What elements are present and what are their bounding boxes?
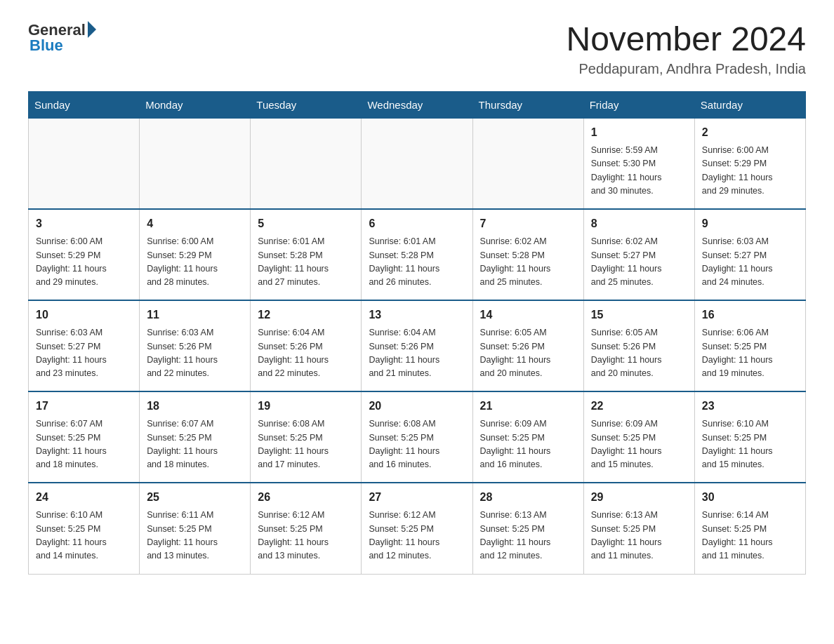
calendar-cell: 2Sunrise: 6:00 AM Sunset: 5:29 PM Daylig… — [694, 118, 805, 209]
day-info: Sunrise: 6:07 AM Sunset: 5:25 PM Dayligh… — [147, 417, 243, 472]
calendar-cell: 21Sunrise: 6:09 AM Sunset: 5:25 PM Dayli… — [472, 391, 583, 483]
day-info: Sunrise: 6:00 AM Sunset: 5:29 PM Dayligh… — [702, 144, 798, 199]
calendar-cell: 3Sunrise: 6:00 AM Sunset: 5:29 PM Daylig… — [29, 209, 140, 300]
calendar-week-row: 10Sunrise: 6:03 AM Sunset: 5:27 PM Dayli… — [29, 300, 806, 391]
day-number: 20 — [369, 398, 465, 415]
calendar-cell: 23Sunrise: 6:10 AM Sunset: 5:25 PM Dayli… — [694, 391, 805, 483]
calendar-cell: 19Sunrise: 6:08 AM Sunset: 5:25 PM Dayli… — [251, 391, 362, 483]
day-number: 11 — [147, 307, 243, 323]
calendar-cell: 30Sunrise: 6:14 AM Sunset: 5:25 PM Dayli… — [694, 483, 805, 574]
day-number: 15 — [591, 307, 687, 323]
calendar-cell — [29, 118, 140, 209]
calendar-cell — [140, 118, 251, 209]
day-number: 22 — [591, 398, 687, 415]
day-number: 12 — [258, 307, 354, 323]
day-number: 7 — [480, 215, 576, 232]
calendar-cell: 4Sunrise: 6:00 AM Sunset: 5:29 PM Daylig… — [140, 209, 251, 300]
day-info: Sunrise: 6:03 AM Sunset: 5:26 PM Dayligh… — [147, 326, 243, 381]
calendar-cell: 16Sunrise: 6:06 AM Sunset: 5:25 PM Dayli… — [694, 300, 805, 391]
day-info: Sunrise: 6:01 AM Sunset: 5:28 PM Dayligh… — [369, 235, 465, 290]
calendar-week-row: 3Sunrise: 6:00 AM Sunset: 5:29 PM Daylig… — [29, 209, 806, 300]
calendar-week-row: 1Sunrise: 5:59 AM Sunset: 5:30 PM Daylig… — [29, 118, 806, 209]
day-number: 3 — [36, 215, 132, 232]
weekday-header-tuesday: Tuesday — [251, 91, 362, 118]
logo: General Blue — [28, 21, 96, 55]
day-info: Sunrise: 6:02 AM Sunset: 5:27 PM Dayligh… — [591, 235, 687, 290]
calendar-cell: 9Sunrise: 6:03 AM Sunset: 5:27 PM Daylig… — [694, 209, 805, 300]
day-number: 23 — [702, 398, 798, 415]
day-number: 9 — [702, 215, 798, 232]
weekday-header-monday: Monday — [140, 91, 251, 118]
calendar-title: November 2024 — [566, 21, 806, 58]
day-number: 14 — [480, 307, 576, 323]
day-info: Sunrise: 6:09 AM Sunset: 5:25 PM Dayligh… — [591, 417, 687, 472]
day-info: Sunrise: 6:03 AM Sunset: 5:27 PM Dayligh… — [702, 235, 798, 290]
title-block: November 2024 Peddapuram, Andhra Pradesh… — [566, 21, 806, 77]
calendar-cell — [251, 118, 362, 209]
calendar-table: SundayMondayTuesdayWednesdayThursdayFrid… — [28, 91, 806, 575]
calendar-cell: 8Sunrise: 6:02 AM Sunset: 5:27 PM Daylig… — [583, 209, 694, 300]
day-info: Sunrise: 6:03 AM Sunset: 5:27 PM Dayligh… — [36, 326, 132, 381]
day-info: Sunrise: 6:07 AM Sunset: 5:25 PM Dayligh… — [36, 417, 132, 472]
day-number: 17 — [36, 398, 132, 415]
calendar-cell: 10Sunrise: 6:03 AM Sunset: 5:27 PM Dayli… — [29, 300, 140, 391]
page-header: General Blue November 2024 Peddapuram, A… — [28, 21, 806, 77]
calendar-cell: 27Sunrise: 6:12 AM Sunset: 5:25 PM Dayli… — [362, 483, 472, 574]
day-info: Sunrise: 5:59 AM Sunset: 5:30 PM Dayligh… — [591, 144, 687, 199]
day-number: 16 — [702, 307, 798, 323]
calendar-cell: 7Sunrise: 6:02 AM Sunset: 5:28 PM Daylig… — [472, 209, 583, 300]
calendar-cell: 15Sunrise: 6:05 AM Sunset: 5:26 PM Dayli… — [583, 300, 694, 391]
calendar-cell — [472, 118, 583, 209]
calendar-cell: 14Sunrise: 6:05 AM Sunset: 5:26 PM Dayli… — [472, 300, 583, 391]
calendar-week-row: 17Sunrise: 6:07 AM Sunset: 5:25 PM Dayli… — [29, 391, 806, 483]
calendar-cell: 24Sunrise: 6:10 AM Sunset: 5:25 PM Dayli… — [29, 483, 140, 574]
day-number: 30 — [702, 489, 798, 506]
logo-blue-text: Blue — [29, 36, 96, 55]
weekday-header-thursday: Thursday — [472, 91, 583, 118]
day-number: 21 — [480, 398, 576, 415]
day-number: 29 — [591, 489, 687, 506]
day-info: Sunrise: 6:09 AM Sunset: 5:25 PM Dayligh… — [480, 417, 576, 472]
day-info: Sunrise: 6:10 AM Sunset: 5:25 PM Dayligh… — [702, 417, 798, 472]
day-info: Sunrise: 6:04 AM Sunset: 5:26 PM Dayligh… — [258, 326, 354, 381]
day-info: Sunrise: 6:05 AM Sunset: 5:26 PM Dayligh… — [591, 326, 687, 381]
day-number: 10 — [36, 307, 132, 323]
calendar-cell: 20Sunrise: 6:08 AM Sunset: 5:25 PM Dayli… — [362, 391, 472, 483]
day-number: 13 — [369, 307, 465, 323]
calendar-cell: 11Sunrise: 6:03 AM Sunset: 5:26 PM Dayli… — [140, 300, 251, 391]
calendar-cell: 25Sunrise: 6:11 AM Sunset: 5:25 PM Dayli… — [140, 483, 251, 574]
day-info: Sunrise: 6:00 AM Sunset: 5:29 PM Dayligh… — [147, 235, 243, 290]
day-info: Sunrise: 6:12 AM Sunset: 5:25 PM Dayligh… — [369, 509, 465, 563]
calendar-cell: 26Sunrise: 6:12 AM Sunset: 5:25 PM Dayli… — [251, 483, 362, 574]
day-number: 4 — [147, 215, 243, 232]
calendar-week-row: 24Sunrise: 6:10 AM Sunset: 5:25 PM Dayli… — [29, 483, 806, 574]
day-number: 2 — [702, 124, 798, 141]
calendar-cell: 17Sunrise: 6:07 AM Sunset: 5:25 PM Dayli… — [29, 391, 140, 483]
day-info: Sunrise: 6:12 AM Sunset: 5:25 PM Dayligh… — [258, 509, 354, 563]
day-info: Sunrise: 6:08 AM Sunset: 5:25 PM Dayligh… — [369, 417, 465, 472]
calendar-cell: 22Sunrise: 6:09 AM Sunset: 5:25 PM Dayli… — [583, 391, 694, 483]
calendar-cell: 6Sunrise: 6:01 AM Sunset: 5:28 PM Daylig… — [362, 209, 472, 300]
day-info: Sunrise: 6:01 AM Sunset: 5:28 PM Dayligh… — [258, 235, 354, 290]
weekday-header-sunday: Sunday — [29, 91, 140, 118]
day-info: Sunrise: 6:10 AM Sunset: 5:25 PM Dayligh… — [36, 509, 132, 563]
day-number: 5 — [258, 215, 354, 232]
day-number: 8 — [591, 215, 687, 232]
day-info: Sunrise: 6:06 AM Sunset: 5:25 PM Dayligh… — [702, 326, 798, 381]
day-number: 18 — [147, 398, 243, 415]
calendar-cell: 5Sunrise: 6:01 AM Sunset: 5:28 PM Daylig… — [251, 209, 362, 300]
day-info: Sunrise: 6:11 AM Sunset: 5:25 PM Dayligh… — [147, 509, 243, 563]
calendar-cell: 12Sunrise: 6:04 AM Sunset: 5:26 PM Dayli… — [251, 300, 362, 391]
day-info: Sunrise: 6:13 AM Sunset: 5:25 PM Dayligh… — [591, 509, 687, 563]
day-number: 27 — [369, 489, 465, 506]
calendar-cell — [362, 118, 472, 209]
calendar-cell: 28Sunrise: 6:13 AM Sunset: 5:25 PM Dayli… — [472, 483, 583, 574]
day-info: Sunrise: 6:04 AM Sunset: 5:26 PM Dayligh… — [369, 326, 465, 381]
calendar-cell: 18Sunrise: 6:07 AM Sunset: 5:25 PM Dayli… — [140, 391, 251, 483]
day-number: 6 — [369, 215, 465, 232]
day-info: Sunrise: 6:02 AM Sunset: 5:28 PM Dayligh… — [480, 235, 576, 290]
day-number: 26 — [258, 489, 354, 506]
weekday-header-saturday: Saturday — [694, 91, 805, 118]
day-number: 24 — [36, 489, 132, 506]
day-info: Sunrise: 6:08 AM Sunset: 5:25 PM Dayligh… — [258, 417, 354, 472]
